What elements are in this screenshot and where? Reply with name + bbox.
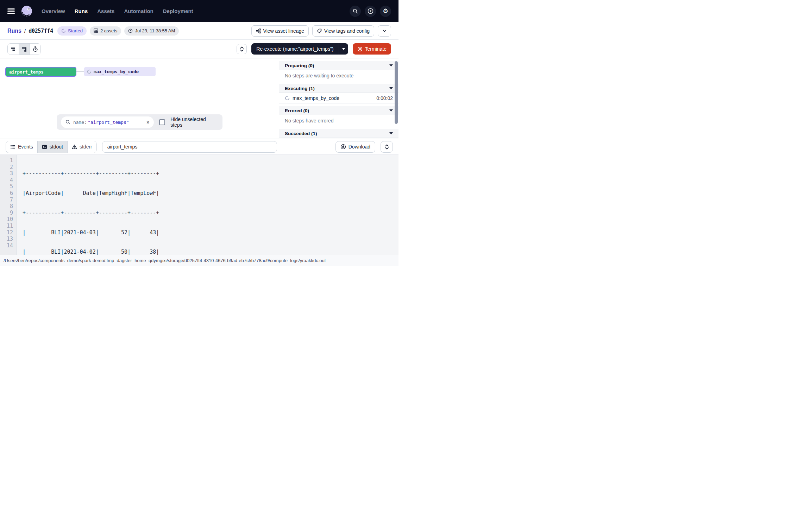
log-toolbar: Events stdout stderr airport_temps [0, 139, 398, 155]
collapse-caret-icon [389, 132, 393, 134]
line-number-gutter: 1 2 3 4 5 6 7 8 9 10 11 12 13 14 [0, 155, 17, 255]
tab-stderr[interactable]: stderr [67, 141, 96, 153]
spinner-icon [285, 96, 290, 101]
graph-edge [76, 71, 84, 72]
stopwatch-icon [32, 46, 38, 52]
waterfall-view-button[interactable] [19, 44, 30, 55]
timer-view-button[interactable] [30, 44, 40, 55]
assets-badge: 2 assets [90, 26, 121, 36]
step-graph: airport_temps max_temps_by_code name: "a… [0, 58, 279, 139]
top-nav: Overview Runs Assets Automation Deployme… [0, 0, 398, 22]
nav-item-runs[interactable]: Runs [75, 8, 88, 14]
view-mode-toggle [7, 43, 41, 55]
nav-item-overview[interactable]: Overview [42, 8, 65, 14]
search-button[interactable] [350, 6, 361, 17]
caret-down-icon [342, 48, 345, 50]
spinner-icon [87, 69, 92, 74]
run-actions-menu-button[interactable] [378, 25, 391, 37]
collapse-caret-icon [389, 87, 393, 89]
preparing-empty-text: No steps are waiting to execute [279, 70, 398, 81]
errored-empty-text: No steps have errored [279, 115, 398, 126]
log-expand-button[interactable] [381, 141, 393, 153]
stdout-log-viewer[interactable]: 1 2 3 4 5 6 7 8 9 10 11 12 13 14 +------… [0, 155, 398, 255]
log-tabs: Events stdout stderr [6, 141, 97, 153]
event-list-icon [10, 144, 15, 150]
step-filter-input[interactable]: name: "airport_temps" ✕ [61, 116, 154, 128]
lineage-icon [256, 28, 261, 33]
waterfall-icon [21, 46, 27, 52]
filter-value: "airport_temps" [88, 120, 129, 125]
up-down-chevrons-icon [240, 46, 244, 52]
hide-unselected-label: Hide unselected steps [170, 116, 218, 128]
run-body: airport_temps max_temps_by_code name: "a… [0, 58, 398, 139]
collapse-caret-icon [389, 109, 393, 112]
step-name: max_temps_by_code [293, 95, 339, 101]
dagster-logo-icon[interactable] [20, 5, 33, 18]
nav-item-assets[interactable]: Assets [97, 8, 114, 14]
download-icon [340, 144, 346, 150]
tag-icon [317, 28, 322, 33]
download-button[interactable]: Download [335, 141, 375, 153]
executing-step-row[interactable]: max_temps_by_code 0:00:02 [279, 93, 398, 103]
svg-text:?: ? [369, 9, 371, 13]
log-file-path: /Users/ben/repos/components_demo/spark-d… [4, 258, 326, 263]
graph-node-airport-temps[interactable]: airport_temps [5, 67, 76, 77]
reexecute-options-button[interactable] [339, 43, 348, 55]
panel-scrollbar[interactable] [395, 61, 398, 124]
terminal-icon [42, 144, 47, 150]
nav-item-deployment[interactable]: Deployment [163, 8, 193, 14]
collapse-caret-icon [389, 64, 393, 66]
reexecute-split-button: Re-execute (name:"airport_temps") [251, 43, 348, 55]
run-toolbar: Re-execute (name:"airport_temps") Termin… [0, 40, 398, 58]
step-elapsed-time: 0:00:02 [376, 95, 393, 101]
run-id: d0257ff4 [29, 28, 53, 34]
breadcrumb-runs-link[interactable]: Runs [7, 28, 21, 34]
graph-filter-bar: name: "airport_temps" ✕ Hide unselected … [57, 114, 222, 130]
clock-icon [128, 28, 133, 33]
breadcrumb-separator: / [24, 28, 26, 34]
cancel-circle-icon [357, 46, 363, 52]
status-badge: Started [57, 26, 87, 36]
primary-nav: Overview Runs Assets Automation Deployme… [42, 8, 193, 14]
section-header-executing[interactable]: Executing (1) [279, 84, 398, 93]
timestamp-badge: Jul 29, 11:38:55 AM [124, 26, 179, 36]
run-header: Runs / d0257ff4 Started 2 assets Jul 29,… [0, 22, 398, 40]
view-asset-lineage-button[interactable]: View asset lineage [251, 25, 309, 37]
graph-node-max-temps-by-code[interactable]: max_temps_by_code [84, 67, 156, 76]
log-step-select[interactable]: airport_temps [102, 141, 277, 153]
search-icon [353, 8, 358, 14]
log-content: +-----------+----------+---------+------… [17, 155, 159, 255]
section-header-preparing[interactable]: Preparing (0) [279, 61, 398, 70]
zoom-fit-button[interactable] [237, 44, 247, 54]
view-tags-config-button[interactable]: View tags and config [312, 25, 374, 37]
gantt-icon [10, 46, 16, 52]
menu-icon[interactable] [7, 8, 15, 14]
reexecute-button[interactable]: Re-execute (name:"airport_temps") [251, 43, 338, 55]
warning-triangle-icon [72, 144, 77, 150]
section-header-errored[interactable]: Errored (0) [279, 106, 398, 115]
clear-filter-icon[interactable]: ✕ [146, 119, 149, 125]
steps-status-panel: Preparing (0) No steps are waiting to ex… [279, 58, 398, 139]
terminate-button[interactable]: Terminate [353, 43, 391, 55]
spinner-icon [61, 28, 66, 33]
help-icon: ? [368, 8, 374, 14]
assets-grid-icon [94, 28, 98, 33]
tab-stdout[interactable]: stdout [37, 141, 67, 153]
search-icon [65, 120, 70, 125]
help-button[interactable]: ? [365, 6, 376, 17]
settings-button[interactable]: ⚙ [380, 6, 391, 17]
chevron-down-icon [383, 30, 387, 32]
tab-events[interactable]: Events [6, 141, 37, 153]
gear-icon: ⚙ [383, 8, 388, 14]
hide-unselected-checkbox[interactable] [159, 119, 165, 125]
up-down-chevrons-icon [385, 144, 389, 150]
log-file-path-bar: /Users/ben/repos/components_demo/spark-d… [0, 255, 398, 266]
nav-item-automation[interactable]: Automation [124, 8, 153, 14]
section-header-succeeded[interactable]: Succeeded (1) [279, 129, 398, 138]
filter-prefix: name: [73, 120, 87, 125]
gantt-view-button[interactable] [8, 44, 19, 55]
